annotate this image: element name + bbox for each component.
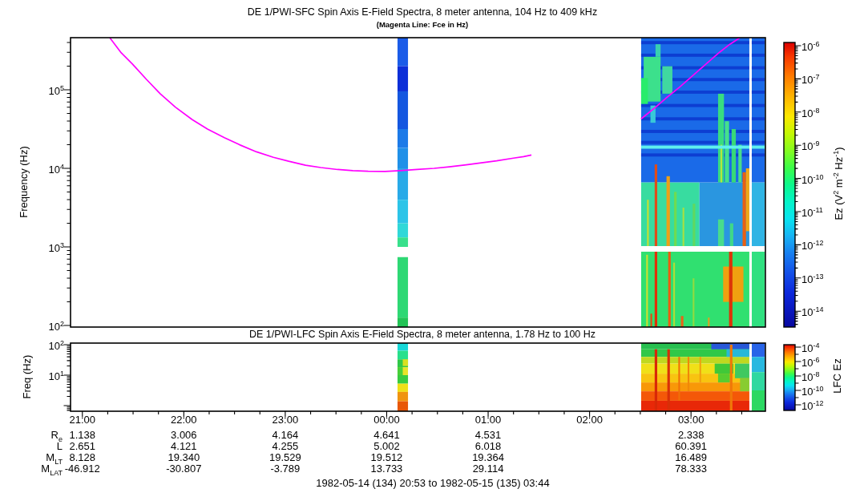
ephemeris-value: 2.338 [663, 430, 719, 441]
ephemeris-value: 8.128 [55, 452, 111, 463]
sfc-panel-title: DE 1/PWI-SFC Spin Axis E-Field Spectra, … [62, 6, 783, 18]
sfc-colorbar-tick-label: 10-13 [801, 271, 823, 285]
ephemeris-value: 19.512 [358, 452, 414, 463]
lfc-colorbar-tick-label: 10-6 [801, 354, 819, 369]
ephemeris-value: 16.489 [663, 452, 719, 463]
sfc-colorbar-tick-label: 10-7 [801, 71, 819, 86]
ephemeris-value: -3.789 [257, 463, 313, 475]
sfc-ytick-label: 104 [30, 161, 64, 176]
sfc-colorbar-tick-label: 10-6 [801, 38, 819, 53]
spectrogram-page: DE 1/PWI-SFC Spin Axis E-Field Spectra, … [0, 0, 868, 497]
lfc-colorbar-tick-label: 10-12 [801, 398, 823, 412]
time-tick-label: 00:00 [362, 414, 410, 426]
lfc-colorbar-tick-label: 10-4 [801, 340, 819, 354]
ephemeris-value: 4.121 [155, 441, 212, 452]
time-tick-label: 02:00 [566, 414, 614, 426]
lfc-colorbar-tick-label: 10-8 [801, 369, 819, 383]
lfc-colorbar-tick-label: 10-10 [801, 383, 823, 398]
sfc-ytick-label: 105 [30, 83, 64, 97]
sfc-colorbar-tick-label: 10-9 [801, 138, 819, 152]
ephemeris-value: 5.002 [358, 441, 414, 452]
ephemeris-value: -30.807 [155, 463, 212, 475]
time-tick-label: 03:00 [667, 414, 715, 426]
sfc-y-axis-label: Frequency (Hz) [18, 146, 30, 218]
time-range-footer: 1982-05-14 (134) 20:53 to 1982-05-15 (13… [224, 477, 641, 489]
ephemeris-value: 3.006 [155, 430, 212, 441]
fce-subtitle: (Magenta Line: Fce in Hz) [62, 20, 783, 29]
ephemeris-value: 1.138 [55, 430, 111, 441]
time-tick-label: 23:00 [261, 414, 309, 426]
time-tick-label: 21:00 [59, 414, 107, 426]
lfc-colorbar-label: LFC Ez [831, 358, 843, 393]
sfc-ytick-label: 102 [30, 318, 64, 333]
ephemeris-value: 78.333 [663, 463, 719, 475]
sfc-colorbar-tick-label: 10-11 [801, 204, 823, 219]
time-tick-label: 22:00 [159, 414, 208, 426]
ephemeris-value: 2.651 [55, 441, 111, 452]
ephemeris-value: 4.164 [257, 430, 313, 441]
sfc-colorbar-tick-label: 10-10 [801, 172, 823, 186]
lfc-panel-title: DE 1/PWI-LFC Spin Axis E-Field Spectra, … [62, 329, 783, 340]
ephemeris-value: -46.912 [55, 463, 111, 475]
sfc-ytick-label: 103 [30, 240, 64, 254]
sfc-colorbar-tick-label: 10-12 [801, 237, 823, 252]
ephemeris-value: 4.255 [257, 441, 313, 452]
lfc-ytick-label: 102 [30, 337, 64, 352]
sfc-colorbar-tick-label: 10-8 [801, 105, 819, 119]
ephemeris-value: 19.529 [257, 452, 313, 463]
ephemeris-value: 13.733 [358, 463, 414, 475]
ephemeris-value: 4.641 [358, 430, 414, 441]
spectrogram-canvas [0, 0, 868, 497]
ephemeris-value: 19.340 [155, 452, 212, 463]
ephemeris-value: 6.018 [460, 441, 516, 452]
sfc-colorbar-tick-label: 10-14 [801, 304, 823, 318]
time-tick-label: 01:00 [464, 414, 512, 426]
lfc-ytick-label: 101 [30, 368, 64, 382]
ephemeris-value: 4.531 [460, 430, 516, 441]
ephemeris-value: 60.391 [663, 441, 719, 452]
ephemeris-value: 29.114 [460, 463, 516, 475]
ephemeris-value: 19.364 [460, 452, 516, 463]
sfc-colorbar-label: Ez (V2 m-2 Hz-1) [832, 147, 845, 220]
